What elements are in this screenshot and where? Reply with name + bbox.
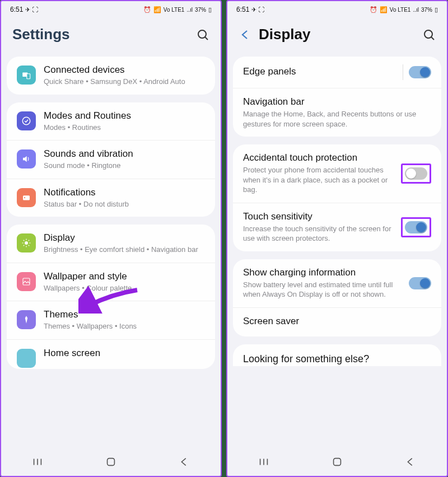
status-icons-left: ✈ ⛶: [251, 6, 264, 13]
item-display[interactable]: Display Brightness • Eye comfort shield …: [7, 225, 215, 263]
item-title: Modes and Routines: [44, 110, 205, 121]
svg-line-15: [29, 240, 30, 241]
header: Settings: [1, 16, 221, 57]
item-subtitle: Manage the Home, Back, and Recents butto…: [243, 109, 431, 129]
card-connected: Connected devices Quick Share • Samsung …: [7, 57, 215, 95]
home-button[interactable]: [331, 456, 343, 468]
toggle-charging-info[interactable]: [409, 277, 431, 289]
card-edge-nav: Edge panels Navigation bar Manage the Ho…: [233, 57, 441, 137]
phone-display-settings: 6:51 ✈ ⛶ ⏰ 📶 Vo LTE1 ..ıl 37% ▯ Display …: [226, 0, 448, 477]
toggle-touch-sensitivity[interactable]: [405, 221, 427, 233]
card-touch: Accidental touch protection Protect your…: [233, 144, 441, 251]
svg-rect-3: [27, 74, 30, 79]
toggle-accidental-touch[interactable]: [405, 167, 427, 180]
item-wallpaper[interactable]: Wallpaper and style Wallpapers • Colour …: [7, 263, 215, 302]
status-icons-left: ✈ ⛶: [25, 6, 38, 13]
phone-settings: 6:51 ✈ ⛶ ⏰ 📶 Vo LTE1 ..ıl 37% ▯ Settings…: [0, 0, 222, 477]
status-time: 6:51: [236, 6, 249, 13]
svg-line-12: [24, 240, 25, 241]
item-modes-routines[interactable]: Modes and Routines Modes • Routines: [7, 102, 215, 141]
item-subtitle: Modes • Routines: [44, 123, 205, 133]
item-home-screen[interactable]: Home screen: [7, 340, 215, 369]
item-accidental-touch[interactable]: Accidental touch protection Protect your…: [233, 144, 441, 203]
wifi-icon: 📶: [380, 6, 388, 13]
svg-point-21: [424, 30, 432, 38]
card-charging: Show charging information Show battery l…: [233, 259, 441, 336]
back-button[interactable]: [178, 456, 190, 468]
header: Display: [227, 16, 447, 57]
svg-rect-16: [23, 278, 30, 285]
item-screen-saver[interactable]: Screen saver: [233, 308, 441, 336]
status-signal: ..ıl: [413, 7, 419, 13]
svg-line-14: [24, 245, 25, 246]
page-title: Settings: [12, 26, 196, 43]
sounds-icon: [17, 149, 36, 169]
battery-icon: ▯: [208, 6, 212, 13]
wifi-icon: 📶: [153, 6, 161, 13]
recents-button[interactable]: [258, 456, 270, 468]
item-edge-panels[interactable]: Edge panels: [233, 57, 441, 88]
item-notifications[interactable]: Notifications Status bar • Do not distur…: [7, 179, 215, 217]
svg-point-4: [22, 117, 30, 125]
item-title: Wallpaper and style: [44, 271, 205, 282]
svg-line-22: [431, 37, 434, 40]
item-subtitle: Brightness • Eye comfort shield • Naviga…: [44, 245, 205, 255]
item-subtitle: Protect your phone from accidental touch…: [243, 165, 395, 195]
item-title: Display: [44, 232, 205, 244]
highlight-box: [401, 163, 431, 184]
card-display-group: Display Brightness • Eye comfort shield …: [7, 225, 215, 369]
back-button[interactable]: [404, 456, 417, 468]
svg-rect-20: [108, 459, 115, 466]
item-title: Home screen: [44, 348, 205, 359]
item-subtitle: Show battery level and estimated time un…: [243, 280, 403, 300]
status-time: 6:51: [10, 6, 23, 13]
svg-rect-26: [334, 459, 341, 466]
battery-icon: ▯: [435, 6, 438, 13]
item-subtitle: Status bar • Do not disturb: [44, 199, 205, 209]
search-icon[interactable]: [196, 28, 209, 41]
status-network: Vo LTE1: [390, 7, 411, 13]
item-title: Themes: [44, 309, 205, 320]
item-touch-sensitivity[interactable]: Touch sensitivity Increase the touch sen…: [233, 203, 441, 251]
footer-prompt: Looking for something else?: [233, 344, 441, 366]
display-icon: [17, 233, 36, 252]
item-navigation-bar[interactable]: Navigation bar Manage the Home, Back, an…: [233, 88, 441, 137]
status-battery: 37%: [195, 7, 206, 13]
navigation-bar: [227, 449, 447, 476]
themes-icon: [17, 310, 36, 329]
item-themes[interactable]: Themes Themes • Wallpapers • Icons: [7, 301, 215, 340]
item-subtitle: Wallpapers • Colour palette: [44, 283, 205, 293]
item-sounds-vibration[interactable]: Sounds and vibration Sound mode • Ringto…: [7, 141, 215, 179]
item-title: Show charging information: [243, 267, 403, 278]
svg-line-1: [205, 37, 208, 40]
connected-devices-icon: [17, 66, 36, 85]
modes-icon: [17, 111, 36, 130]
highlight-box: [401, 217, 431, 237]
svg-line-13: [29, 245, 30, 246]
recents-button[interactable]: [31, 456, 44, 468]
toggle-edge-panels[interactable]: [409, 66, 431, 78]
page-title: Display: [259, 26, 422, 43]
back-icon[interactable]: [239, 28, 252, 41]
item-title: Accidental touch protection: [243, 152, 395, 163]
status-signal: ..ıl: [186, 7, 193, 13]
wallpaper-icon: [17, 272, 36, 291]
alarm-icon: ⏰: [143, 6, 151, 13]
item-subtitle: Themes • Wallpapers • Icons: [44, 321, 205, 331]
svg-rect-5: [23, 195, 30, 200]
home-button[interactable]: [105, 456, 117, 468]
navigation-bar: [1, 449, 221, 476]
svg-point-7: [25, 241, 28, 245]
item-title: Screen saver: [243, 316, 431, 327]
item-title: Edge panels: [243, 66, 397, 77]
item-title: Connected devices: [44, 64, 205, 76]
search-icon[interactable]: [422, 28, 436, 41]
card-sounds-group: Modes and Routines Modes • Routines Soun…: [7, 102, 215, 217]
alarm-icon: ⏰: [370, 6, 377, 13]
item-charging-info[interactable]: Show charging information Show battery l…: [233, 259, 441, 308]
item-title: Notifications: [44, 187, 205, 198]
item-connected-devices[interactable]: Connected devices Quick Share • Samsung …: [7, 57, 215, 95]
notifications-icon: [17, 188, 36, 207]
status-battery: 37%: [421, 7, 432, 13]
item-title: Touch sensitivity: [243, 211, 395, 222]
